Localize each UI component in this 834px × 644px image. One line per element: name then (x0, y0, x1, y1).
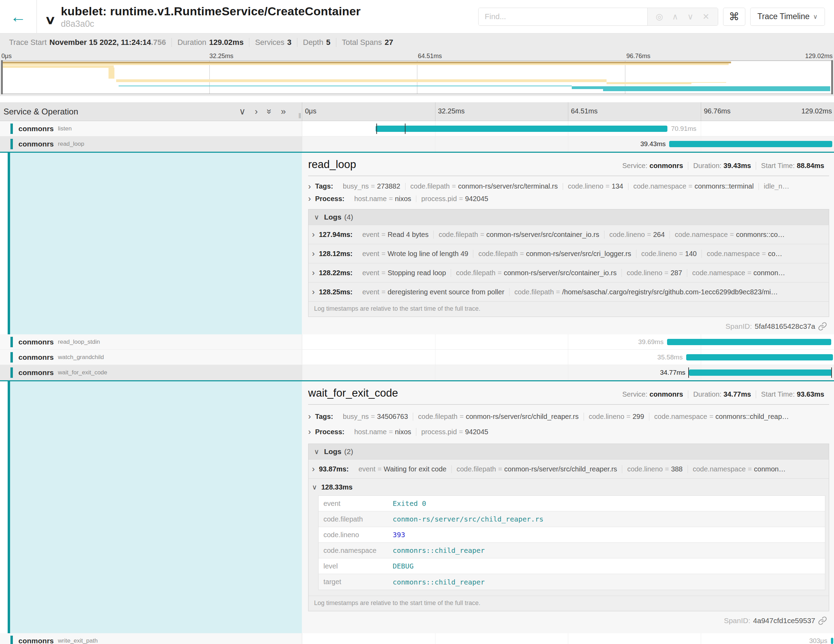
back-button[interactable]: ← (0, 0, 37, 33)
logs-header[interactable]: ∨Logs(4) (309, 209, 829, 225)
log-entry[interactable]: ›93.87ms:event=Waiting for exit codecode… (309, 459, 829, 478)
attribute-value: conmon-rs/server/src/container_io.rs (504, 269, 617, 277)
trace-services: Services3 (249, 38, 297, 47)
equals-sign: = (371, 413, 375, 420)
command-icon: ⌘ (729, 11, 739, 22)
column-resizer[interactable]: ‖ (298, 112, 301, 120)
ruler-tick: 96.76ms (704, 107, 731, 115)
log-entry[interactable]: ›128.25ms:event=deregistering event sour… (309, 282, 829, 301)
detail-meta-item: Start Time:88.84ms (756, 162, 829, 170)
span-name-cell[interactable]: conmonrsread_loop (0, 136, 302, 152)
attribute-key: code.filepath (456, 269, 495, 277)
detail-operation-title: read_loop (308, 158, 356, 171)
attribute-value: 388 (671, 465, 682, 473)
minimap-span-bar (2, 61, 731, 63)
equals-sign: = (679, 250, 683, 257)
span-duration-bar[interactable] (686, 354, 833, 361)
log-entry[interactable]: ›128.12ms:event=Wrote log line of length… (309, 244, 829, 263)
collapse-all-icon[interactable]: » (264, 109, 275, 114)
expanded-log-entry[interactable]: ∨128.33ms (309, 478, 829, 494)
minimap-ruler: 0μs 32.25ms 64.51ms 96.76ms 129.02ms (0, 52, 834, 60)
expander-chevron-icon[interactable]: › (308, 427, 311, 437)
equals-sign: = (381, 288, 386, 296)
attribute-field: process.pid=942045 (416, 428, 493, 436)
expander-chevron-icon[interactable]: › (312, 268, 315, 278)
detail-indent-strip (0, 153, 302, 334)
locate-icon[interactable]: ◎ (656, 12, 663, 21)
header: ← ∨ kubelet: runtime.v1.RuntimeService/C… (0, 0, 834, 33)
log-entry[interactable]: ›128.22ms:event=Stopping read loopcode.f… (309, 263, 829, 282)
equals-sign: = (381, 269, 386, 277)
service-name: conmonrs (18, 140, 54, 148)
tree-controls: ∨ › » » (239, 106, 298, 117)
trace-collapse-chevron-icon[interactable]: ∨ (45, 13, 57, 27)
expander-chevron-icon[interactable]: › (312, 464, 315, 474)
span-duration-bar[interactable] (376, 126, 668, 132)
span-duration-bar[interactable] (831, 638, 834, 644)
attribute-field: code.lineno=140 (636, 250, 701, 258)
span-name-cell[interactable]: conmonrsread_loop_stdin (0, 334, 302, 350)
attribute-key: busy_ns (343, 183, 369, 190)
prev-match-icon[interactable]: ∧ (672, 12, 679, 21)
log-entry-line: ›128.22ms:event=Stopping read loopcode.f… (312, 268, 825, 278)
copy-link-icon[interactable] (818, 616, 827, 625)
expander-chevron-icon[interactable]: › (312, 287, 315, 297)
attribute-value: 942045 (465, 196, 488, 202)
copy-link-icon[interactable] (818, 322, 827, 331)
span-duration-label: 303μs (809, 637, 828, 644)
span-boundary-tick (831, 367, 832, 378)
expand-one-icon[interactable]: › (255, 106, 258, 117)
trace-summary-bar: Trace StartNovember 15 2022, 11:24:14.75… (0, 33, 834, 52)
span-duration-bar[interactable] (669, 141, 832, 147)
span-name-cell[interactable]: conmonrswatch_grandchild (0, 350, 302, 365)
operation-name: read_loop_stdin (58, 338, 100, 345)
log-field-value: DEBUG (390, 558, 416, 574)
detail-meta-label: Start Time: (761, 390, 795, 398)
expander-chevron-icon[interactable]: › (308, 412, 311, 421)
collapse-one-icon[interactable]: ∨ (239, 106, 246, 117)
minimap-right-handle[interactable] (831, 60, 833, 94)
expand-all-icon[interactable]: » (281, 106, 286, 117)
span-timeline-cell: 303μs (302, 633, 834, 644)
minimap-left-handle[interactable] (1, 60, 3, 94)
detail-meta-value: conmonrs (650, 390, 684, 398)
span-name-cell[interactable]: conmonrswrite_exit_path (0, 633, 302, 644)
detail-meta-item: Service:conmonrs (617, 162, 688, 170)
keyboard-shortcuts-button[interactable]: ⌘ (723, 8, 745, 26)
expander-chevron-icon[interactable]: › (308, 196, 311, 202)
minimap-span-bar (116, 79, 606, 82)
attribute-field: code.namespace=co… (701, 250, 787, 258)
process-row: ›Process:host.name=nixosprocess.pid=9420… (308, 196, 829, 202)
log-entry-line: ›93.87ms:event=Waiting for exit codecode… (312, 464, 825, 474)
expander-chevron-icon[interactable]: › (308, 183, 311, 190)
span-name-cell[interactable]: conmonrslisten (0, 121, 302, 136)
attribute-field: code.lineno=134 (563, 183, 628, 190)
span-timeline-cell: 39.43ms (302, 136, 834, 152)
equals-sign: = (730, 231, 734, 238)
next-match-icon[interactable]: ∨ (687, 12, 693, 21)
find-input[interactable] (478, 8, 647, 25)
logs-header[interactable]: ∨Logs(2) (309, 444, 829, 459)
log-field-key: code.namespace (318, 543, 390, 558)
attribute-key: busy_ns (343, 413, 369, 420)
attribute-key: code.filepath (411, 183, 450, 190)
trace-minimap: 0μs 32.25ms 64.51ms 96.76ms 129.02ms (0, 52, 834, 96)
span-duration-bar[interactable] (667, 339, 831, 345)
attribute-value: 273882 (377, 183, 400, 190)
attribute-field: code.filepath=conmon-rs/server/src/cri_l… (473, 250, 636, 258)
span-duration-bar[interactable] (689, 369, 832, 376)
attribute-value: 134 (612, 183, 623, 190)
minimap-span-bar (572, 86, 830, 89)
minimap-canvas[interactable] (1, 60, 833, 94)
span-name-cell[interactable]: conmonrswait_for_exit_code (0, 365, 302, 380)
attribute-value: nixos (395, 196, 411, 202)
clear-search-icon[interactable]: ✕ (703, 12, 710, 21)
expander-chevron-icon[interactable]: › (312, 249, 315, 259)
logs-label: Logs (324, 213, 341, 221)
log-field-row: eventExited 0 (318, 496, 825, 511)
expander-chevron-icon[interactable]: › (312, 230, 315, 239)
view-selector-button[interactable]: Trace Timeline ∨ (750, 8, 825, 26)
attribute-key: code.lineno (627, 465, 663, 473)
log-entry[interactable]: ›127.94ms:event=Read 4 bytescode.filepat… (309, 225, 829, 244)
attribute-field: code.lineno=264 (604, 231, 669, 239)
